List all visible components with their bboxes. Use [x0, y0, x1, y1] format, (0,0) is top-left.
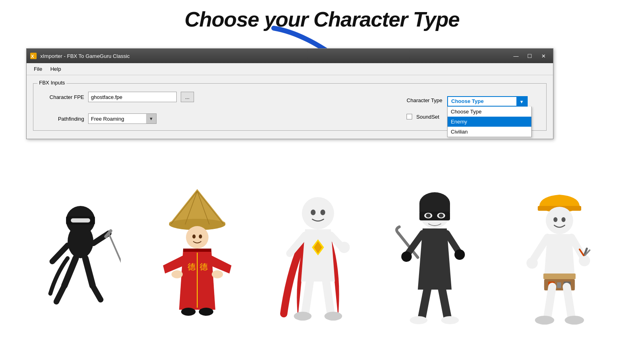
soundset-label: SoundSet — [416, 114, 439, 120]
thief-character — [394, 185, 483, 331]
svg-point-58 — [454, 249, 465, 260]
menu-help[interactable]: Help — [46, 65, 65, 73]
construction-worker-character — [515, 185, 604, 331]
svg-line-42 — [305, 281, 310, 314]
pathfinding-select[interactable]: Free Roaming Patrol Guard None — [88, 113, 157, 124]
chinese-character: 德 德 — [153, 185, 242, 331]
svg-point-77 — [579, 255, 590, 266]
group-label: FBX Inputs — [37, 80, 66, 86]
character-type-selected-value: Choose Type — [451, 98, 484, 104]
svg-rect-71 — [557, 282, 561, 288]
character-type-dropdown-list: Choose Type Enemy Civilian — [447, 107, 532, 137]
fbx-inputs-group: FBX Inputs Character FPE ... Pathfinding… — [33, 83, 547, 131]
svg-point-53 — [439, 214, 444, 218]
dropdown-option-civilian[interactable]: Civilian — [448, 127, 531, 137]
app-icon: X — [30, 52, 37, 60]
window-controls: — ☐ ✕ — [510, 51, 550, 61]
svg-point-56 — [401, 251, 412, 262]
svg-line-81 — [547, 287, 552, 318]
character-fpe-label: Character FPE — [40, 94, 84, 100]
svg-rect-7 — [71, 218, 90, 222]
svg-point-67 — [561, 217, 566, 222]
svg-text:德: 德 — [200, 262, 208, 271]
svg-point-84 — [565, 316, 584, 325]
svg-rect-48 — [419, 204, 450, 212]
svg-point-35 — [311, 210, 316, 215]
superhero-character — [274, 189, 362, 331]
menu-file[interactable]: File — [30, 65, 46, 73]
svg-line-13 — [56, 286, 64, 302]
svg-line-59 — [422, 289, 427, 318]
svg-point-66 — [553, 217, 557, 222]
svg-point-31 — [212, 270, 223, 278]
content-area: FBX Inputs Character FPE ... Pathfinding… — [27, 75, 553, 139]
character-fpe-input[interactable] — [88, 92, 177, 102]
svg-line-73 — [532, 237, 547, 261]
svg-point-33 — [199, 308, 213, 316]
character-type-row: Character Type Choose Type ▼ Choose Type… — [407, 96, 528, 107]
svg-text:X: X — [31, 54, 34, 59]
character-type-button[interactable]: Choose Type ▼ — [447, 96, 528, 107]
svg-point-52 — [426, 214, 431, 218]
svg-point-44 — [294, 312, 312, 321]
svg-line-10 — [109, 233, 121, 298]
minimize-button[interactable]: — — [510, 51, 522, 61]
svg-point-83 — [535, 316, 554, 325]
svg-point-62 — [441, 316, 459, 324]
ninja-character — [40, 193, 121, 331]
svg-point-45 — [324, 312, 342, 321]
pathfinding-row: Pathfinding Free Roaming Patrol Guard No… — [40, 113, 194, 124]
svg-point-30 — [171, 270, 183, 278]
menu-bar: File Help — [27, 63, 553, 75]
svg-point-32 — [181, 308, 196, 316]
svg-point-65 — [546, 207, 573, 234]
svg-rect-68 — [543, 274, 576, 279]
character-type-label: Character Type — [407, 97, 442, 103]
svg-line-14 — [85, 258, 93, 286]
svg-line-15 — [93, 286, 101, 300]
pathfinding-select-wrapper: Free Roaming Patrol Guard None ▼ — [88, 113, 157, 124]
title-bar: X xImporter - FBX To GameGuru Classic — … — [27, 49, 553, 63]
character-fpe-row: Character FPE ... — [40, 92, 194, 102]
svg-rect-49 — [419, 212, 450, 220]
character-type-dropdown-wrapper: Choose Type ▼ Choose Type Enemy Civilian — [447, 96, 528, 107]
svg-line-82 — [567, 287, 572, 318]
svg-line-60 — [442, 289, 448, 318]
svg-point-23 — [186, 226, 208, 249]
browse-button[interactable]: ... — [181, 92, 194, 102]
svg-rect-76 — [530, 257, 534, 263]
svg-rect-26 — [183, 249, 211, 252]
page-title: Choose your Character Type — [185, 7, 460, 31]
soundset-checkbox[interactable] — [407, 114, 412, 119]
svg-point-61 — [410, 316, 427, 324]
svg-point-36 — [320, 210, 325, 215]
pathfinding-label: Pathfinding — [40, 116, 84, 122]
main-window: X xImporter - FBX To GameGuru Classic — … — [26, 48, 553, 139]
dropdown-option-enemy[interactable]: Enemy — [448, 117, 531, 127]
character-type-arrow-icon: ▼ — [516, 97, 527, 107]
svg-point-24 — [192, 234, 196, 239]
dropdown-option-choose-type[interactable]: Choose Type — [448, 107, 531, 117]
character-figures-area: 德 德 — [0, 185, 644, 331]
svg-text:德: 德 — [188, 262, 196, 271]
window-title: xImporter - FBX To GameGuru Classic — [40, 53, 510, 59]
svg-point-25 — [199, 234, 202, 239]
maximize-button[interactable]: ☐ — [523, 51, 536, 61]
svg-point-34 — [302, 197, 334, 229]
svg-point-41 — [339, 242, 350, 253]
close-button[interactable]: ✕ — [537, 51, 550, 61]
svg-line-43 — [326, 281, 331, 314]
